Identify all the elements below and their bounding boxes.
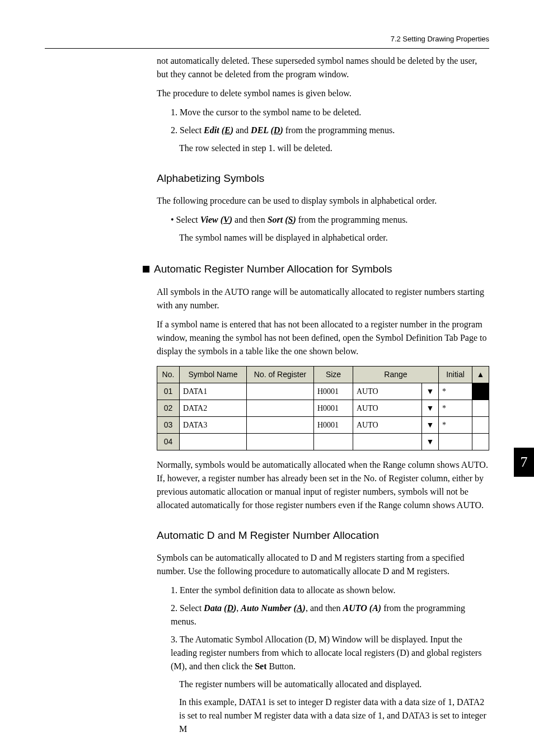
square-bullet-icon: [143, 266, 149, 273]
cell-symbol-name: [180, 433, 247, 450]
intro-p1: not automatically deleted. These superse…: [157, 54, 489, 81]
menu-edit: Edit (: [204, 125, 224, 135]
cell-range: AUTO: [353, 383, 422, 400]
mnemonic-a: A: [297, 603, 303, 613]
cell-scroll-indicator: [472, 433, 489, 450]
alpha-bullet-sub: The symbol names will be displayed in al…: [179, 231, 489, 245]
table-row: 02DATA2H0001AUTO▼*: [157, 400, 489, 416]
text: from the programming menus.: [283, 125, 395, 135]
cell-symbol-name: DATA2: [180, 400, 247, 416]
th-no-register: No. of Register: [247, 366, 314, 383]
cell-scroll-indicator: [472, 400, 489, 416]
cell-scroll-indicator: [472, 383, 489, 400]
dropdown-arrow-icon: ▼: [422, 383, 439, 400]
cell-size: [314, 433, 353, 450]
cell-size: H0001: [314, 400, 353, 416]
mnemonic-d: D: [227, 603, 233, 613]
auto-dm-step3-sub1: The register numbers will be automatical…: [179, 678, 489, 691]
cell-no-register: [247, 400, 314, 416]
menu-auto-a: AUTO (A): [343, 603, 382, 613]
th-no: No.: [157, 366, 180, 383]
heading-alphabetizing: Alphabetizing Symbols: [157, 171, 489, 187]
dropdown-arrow-icon: ▼: [422, 416, 439, 433]
auto-dm-step2: 2. Select Data (D), Auto Number (A), and…: [168, 602, 489, 628]
mnemonic-e: E: [224, 125, 231, 135]
cell-no: 03: [157, 416, 180, 433]
auto-dm-step3: 3. The Automatic Symbol Allocation (D, M…: [168, 633, 489, 673]
cell-initial: [439, 433, 472, 450]
cell-size: H0001: [314, 383, 353, 400]
auto-reg-p1: All symbols in the AUTO range will be au…: [157, 285, 489, 312]
set-button-ref: Set: [255, 661, 266, 671]
text: 3. The Automatic Symbol Allocation (D, M…: [171, 635, 481, 671]
text: , and then: [306, 603, 343, 613]
mnemonic-s: S: [288, 215, 293, 224]
menu-auto-number: Auto Number (: [241, 603, 297, 613]
th-range: Range: [353, 366, 439, 383]
mnemonic-d: D: [274, 125, 280, 135]
dropdown-arrow-icon: ▼: [422, 433, 439, 450]
auto-dm-step3-sub2: In this example, DATA1 is set to integer…: [179, 696, 489, 736]
th-initial: Initial: [439, 366, 472, 383]
auto-dm-p1: Symbols can be automatically allocated t…: [157, 551, 489, 578]
cell-symbol-name: DATA3: [180, 416, 247, 433]
menu-del: DEL (: [251, 125, 274, 135]
th-arrow-up-icon: ▲: [472, 366, 489, 383]
table-row: 03DATA3H0001AUTO▼*: [157, 416, 489, 433]
cell-no: 01: [157, 383, 180, 400]
page-number: 7-11: [45, 753, 489, 756]
cell-range: [353, 433, 422, 450]
header-breadcrumb: 7.2 Setting Drawing Properties: [45, 34, 489, 45]
symbol-table: No. Symbol Name No. of Register Size Ran…: [157, 366, 489, 450]
menu-view: View (: [200, 215, 223, 224]
intro-p2: The procedure to delete symbol names is …: [157, 87, 489, 100]
table-row: 01DATA1H0001AUTO▼*: [157, 383, 489, 400]
text: and: [233, 125, 251, 135]
cell-symbol-name: DATA1: [180, 383, 247, 400]
table-row: 04▼: [157, 433, 489, 450]
auto-dm-step1: 1. Enter the symbol definition data to a…: [168, 584, 489, 597]
auto-reg-p2: If a symbol name is entered that has not…: [157, 318, 489, 358]
cell-scroll-indicator: [472, 416, 489, 433]
text: • Select: [171, 215, 200, 224]
alpha-p1: The following procedure can be used to d…: [157, 194, 489, 208]
text: and then: [232, 215, 268, 224]
cell-no-register: [247, 416, 314, 433]
intro-step2-sub: The row selected in step 1. will be dele…: [179, 142, 489, 155]
text: from the programming menus.: [296, 215, 408, 224]
intro-step2: 2. Select Edit (E) and DEL (D) from the …: [168, 124, 489, 137]
heading-auto-register: Automatic Register Number Allocation for…: [154, 263, 392, 275]
table-header-row: No. Symbol Name No. of Register Size Ran…: [157, 366, 489, 383]
intro-step1: 1. Move the cursor to the symbol name to…: [168, 106, 489, 119]
cell-size: H0001: [314, 416, 353, 433]
cell-initial: *: [439, 383, 472, 400]
cell-initial: *: [439, 416, 472, 433]
cell-initial: *: [439, 400, 472, 416]
dropdown-arrow-icon: ▼: [422, 400, 439, 416]
cell-no: 02: [157, 400, 180, 416]
header-rule: [45, 48, 489, 49]
auto-reg-p3: Normally, symbols would be automatically…: [157, 458, 489, 512]
th-size: Size: [314, 366, 353, 383]
chapter-side-tab: 7: [514, 448, 534, 477]
text: 2. Select: [171, 125, 204, 135]
th-symbol-name: Symbol Name: [180, 366, 247, 383]
heading-auto-dm: Automatic D and M Register Number Alloca…: [157, 528, 489, 544]
menu-data: Data (: [204, 603, 227, 613]
cell-range: AUTO: [353, 416, 422, 433]
mnemonic-v: V: [223, 215, 229, 224]
cell-no-register: [247, 433, 314, 450]
cell-no: 04: [157, 433, 180, 450]
cell-no-register: [247, 383, 314, 400]
cell-range: AUTO: [353, 400, 422, 416]
alpha-bullet: • Select View (V) and then Sort (S) from…: [168, 213, 489, 227]
menu-sort: Sort (: [268, 215, 288, 224]
text: Button.: [267, 661, 296, 671]
text: 2. Select: [171, 603, 204, 613]
